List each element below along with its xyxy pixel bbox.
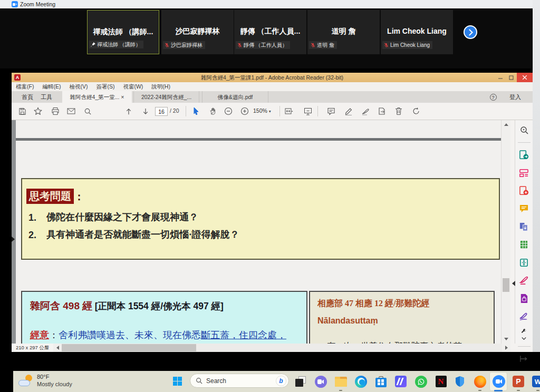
participant-tile[interactable]: 沙巴寂靜禪林 沙巴寂靜禪林 — [161, 10, 234, 54]
scroll-left-icon[interactable] — [53, 344, 62, 352]
pdf-page: 思考問題 ： 1. 佛陀在什麼因緣之下才會展現神通？ 2. 具有神通者是否就能斷… — [16, 120, 501, 344]
rotate-icon[interactable] — [411, 106, 421, 116]
select-tool-icon[interactable] — [191, 106, 201, 116]
whatsapp-icon[interactable] — [414, 375, 428, 388]
question-number: 2. — [28, 230, 36, 241]
export-excel-icon[interactable] — [518, 239, 530, 250]
certificates-icon[interactable] — [518, 310, 530, 322]
sign-in-button[interactable]: 登入 — [506, 91, 524, 103]
participant-name: Lim Cheok Liang — [382, 27, 452, 35]
zoom-app-icon[interactable] — [492, 375, 506, 388]
page-number-input[interactable]: 16 — [155, 107, 168, 116]
comment-icon[interactable] — [326, 106, 336, 116]
page-separator — [16, 138, 501, 141]
participant-tile[interactable]: Lim Cheok Liang Lim Cheok Liang — [381, 10, 453, 54]
acrobat-titlebar[interactable]: A 雜阿含經4_第一堂課1.pdf - Adobe Acrobat Reader… — [12, 73, 533, 82]
menu-view[interactable]: 檢視(V) — [69, 83, 88, 91]
search-tool-icon[interactable] — [518, 124, 530, 136]
video-strip: 禪戒法師 （講師... 禪戒法師 （講師） 沙巴寂靜禪林 沙巴寂靜禪林 靜傳 （… — [0, 8, 532, 68]
word-icon[interactable]: W — [531, 375, 540, 388]
horizontal-scrollbar[interactable] — [62, 344, 502, 352]
menu-sign[interactable]: 簽署(S) — [96, 83, 114, 91]
agama-sutra-box: 雜阿含 498 經 [正聞本 1554 經/佛光本 497 經] 經意：舍利弗讚… — [21, 291, 307, 344]
bing-chat-icon[interactable]: b — [276, 376, 286, 386]
presentation-mode-icon[interactable] — [303, 106, 313, 116]
participant-tile[interactable]: 道明 詹 道明 詹 — [307, 10, 380, 54]
menu-file[interactable]: 檔案(F) — [16, 83, 34, 91]
zoom-out-icon[interactable] — [223, 106, 234, 116]
tab-close-icon[interactable]: × — [121, 94, 124, 100]
save-icon[interactable] — [17, 106, 27, 116]
compress-pdf-icon[interactable] — [518, 257, 530, 268]
menu-edit[interactable]: 編輯(E) — [42, 83, 61, 91]
more-tools-icon[interactable] — [518, 328, 530, 340]
expand-left-panel-icon[interactable] — [12, 237, 15, 242]
defender-icon[interactable] — [453, 375, 467, 388]
search-icon[interactable] — [82, 106, 93, 116]
app-m-icon[interactable] — [394, 375, 408, 388]
next-participants-button[interactable] — [464, 25, 477, 39]
measure-tool-icon[interactable] — [518, 353, 530, 365]
task-view-icon[interactable] — [294, 375, 307, 388]
edge-icon[interactable] — [354, 375, 368, 388]
scroll-up-icon[interactable] — [504, 123, 508, 126]
next-page-icon[interactable] — [140, 106, 151, 116]
weather-desc[interactable]: Mostly cloudy — [37, 381, 72, 387]
mic-muted-icon — [165, 43, 169, 47]
hand-tool-icon[interactable] — [207, 106, 218, 116]
netflix-icon[interactable]: N — [434, 375, 448, 388]
doc-tab-active[interactable]: 雜阿含經4_第一堂... × — [62, 91, 132, 103]
search-box[interactable]: Search b — [190, 374, 289, 388]
convert-pdf-icon[interactable] — [518, 292, 530, 304]
file-explorer-icon[interactable] — [334, 375, 348, 388]
collapse-sidebar-icon[interactable] — [512, 281, 515, 286]
previous-page-icon[interactable] — [123, 106, 134, 116]
fit-width-icon[interactable] — [284, 106, 294, 116]
fill-sign-tool-icon[interactable] — [518, 275, 530, 286]
star-icon[interactable] — [33, 106, 43, 116]
zoom-in-icon[interactable] — [239, 106, 250, 116]
weather-icon[interactable] — [18, 375, 33, 387]
doc-tab-3[interactable]: 佛像&迴向.pdf — [202, 91, 268, 103]
participant-tile[interactable]: 靜傳 （工作人員... 靜傳 （工作人員） — [234, 10, 306, 54]
send-sign-icon[interactable] — [377, 106, 387, 116]
menu-help[interactable]: 說明(H) — [151, 83, 170, 91]
scroll-down-icon[interactable] — [504, 338, 508, 340]
weather-temp[interactable]: 80°F — [37, 374, 49, 380]
email-icon[interactable] — [66, 106, 76, 116]
doc-tab-2[interactable]: 2022-24雜阿含經_... — [133, 91, 199, 103]
vertical-scrollbar[interactable] — [501, 120, 510, 344]
participant-tile[interactable]: 禪戒法師 （講師... 禪戒法師 （講師） — [87, 10, 159, 54]
create-pdf-icon[interactable] — [518, 185, 530, 197]
acrobat-window-title: 雜阿含經4_第一堂課1.pdf - Adobe Acrobat Reader (… — [12, 73, 533, 82]
ms-store-icon[interactable] — [374, 375, 388, 388]
running-indicator-active — [494, 390, 503, 391]
tab-tools[interactable]: 工具 — [35, 91, 58, 103]
chat-icon[interactable] — [314, 375, 327, 388]
scroll-right-icon[interactable] — [502, 344, 510, 352]
powerpoint-icon[interactable]: P — [512, 375, 525, 388]
delete-icon[interactable] — [393, 106, 404, 116]
menu-window[interactable]: 視窗(W) — [123, 83, 143, 91]
nikaya-title: 相應部 47 相應 12 經/那難陀經 — [317, 298, 429, 309]
restore-button[interactable] — [506, 73, 516, 82]
hscrollbar-thumb[interactable] — [62, 344, 196, 351]
help-icon[interactable]: ? — [489, 91, 497, 103]
comment-tool-icon[interactable] — [518, 203, 530, 214]
question-1: 佛陀在什麼因緣之下才會展現神通？ — [46, 211, 198, 223]
firefox-icon[interactable] — [473, 375, 487, 388]
search-icon — [196, 377, 202, 384]
combine-files-icon[interactable] — [518, 221, 530, 232]
minimize-button[interactable] — [496, 73, 505, 82]
document-canvas-edge — [12, 120, 16, 344]
organize-pages-icon[interactable] — [518, 167, 530, 179]
scrollbar-thumb[interactable] — [503, 278, 509, 292]
think-label: 思考問題 — [26, 189, 74, 204]
close-button[interactable] — [517, 73, 533, 82]
print-icon[interactable] — [50, 106, 61, 116]
export-pdf-icon[interactable] — [518, 149, 530, 161]
fill-sign-icon[interactable] — [360, 106, 371, 116]
zoom-level-select[interactable]: 150% ▾ — [253, 107, 271, 114]
highlight-icon[interactable] — [343, 106, 354, 116]
start-button[interactable] — [173, 377, 182, 386]
